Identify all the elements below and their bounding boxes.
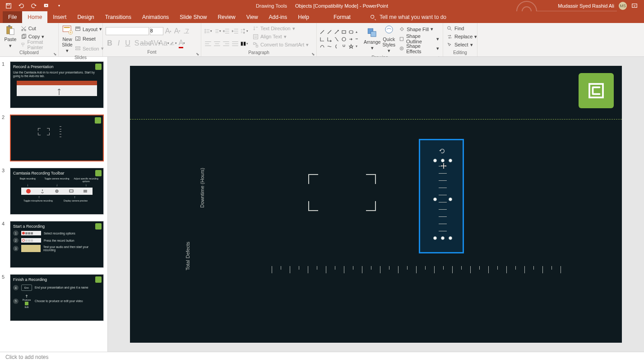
shape-effects-button[interactable]: Shape Effects▾ <box>398 45 440 53</box>
svg-rect-8 <box>8 25 10 28</box>
axis-label-defects: Total Defects <box>185 242 190 271</box>
new-slide-button[interactable]: New Slide ▾ <box>61 24 73 54</box>
slide-thumbnails: 1 Record a Presentation Use the Camtasia… <box>0 57 108 352</box>
tab-insert[interactable]: Insert <box>47 11 72 23</box>
user-name: Mudassir Syed Rashid Ali <box>558 3 614 9</box>
svg-rect-3 <box>632 4 637 7</box>
tab-help[interactable]: Help <box>292 11 315 23</box>
crop-marks <box>308 174 376 211</box>
clipboard-launcher-icon[interactable]: ⬊ <box>53 52 57 56</box>
clear-formatting-icon[interactable] <box>182 27 190 35</box>
paste-button[interactable]: Paste ▾ <box>3 24 18 49</box>
replace-button[interactable]: Replace▾ <box>446 32 478 41</box>
bold-icon[interactable]: B <box>106 39 114 47</box>
columns-icon[interactable]: ▾ <box>240 40 248 48</box>
svg-rect-19 <box>76 28 79 29</box>
axis-label-downtime: Downtime (Hours) <box>199 168 205 208</box>
slide-thumb-1[interactable]: Record a Presentation Use the Camtasia A… <box>10 61 104 108</box>
bullets-icon[interactable]: ▾ <box>204 27 212 35</box>
numbering-icon[interactable]: ▾ <box>213 27 221 35</box>
case-icon[interactable]: Aa▾ <box>160 39 168 47</box>
svg-rect-29 <box>256 45 258 47</box>
outdent-icon[interactable] <box>222 27 230 35</box>
tab-view[interactable]: View <box>241 11 264 23</box>
tell-me-label: Tell me what you want to do <box>380 14 446 20</box>
selected-shape[interactable] <box>435 161 450 238</box>
shape-outline-button[interactable]: Shape Outline▾ <box>398 35 440 43</box>
underline-icon[interactable]: U <box>124 39 132 47</box>
thumb-number: 5 <box>2 274 7 321</box>
grow-font-icon[interactable]: A▴ <box>164 27 172 35</box>
align-right-icon[interactable] <box>222 40 230 48</box>
drawing-tools-label: Drawing Tools <box>256 3 287 9</box>
justify-icon[interactable] <box>231 40 239 48</box>
qat-customize-icon[interactable]: ▾ <box>56 3 62 9</box>
align-text-button[interactable]: Align Text▾ <box>252 32 310 41</box>
strike-icon[interactable]: abc <box>142 39 150 47</box>
font-name-input[interactable] <box>106 27 149 35</box>
thumb-number: 1 <box>2 61 7 108</box>
svg-rect-30 <box>342 31 346 33</box>
svg-point-25 <box>205 31 206 32</box>
quick-styles-button[interactable]: Quick Styles▾ <box>380 24 397 54</box>
undo-icon[interactable] <box>18 3 24 9</box>
tab-format[interactable]: Format <box>328 11 356 23</box>
tab-design[interactable]: Design <box>72 11 99 23</box>
select-button[interactable]: Select▾ <box>446 41 478 49</box>
shapes-gallery[interactable]: ▴ ━ ▾ <box>320 28 362 49</box>
slide-canvas[interactable]: Downtime (Hours) Total Defects <box>108 57 644 352</box>
group-slides-label: Slides <box>74 55 87 60</box>
indent-icon[interactable] <box>231 27 239 35</box>
group-font-label: Font <box>147 50 156 55</box>
notes-pane[interactable]: Click to add notes <box>0 352 644 363</box>
svg-point-39 <box>448 26 451 29</box>
text-direction-button[interactable]: Text Direction▾ <box>252 24 310 32</box>
svg-point-40 <box>56 190 58 193</box>
tab-transitions[interactable]: Transitions <box>100 11 137 23</box>
slide-thumb-2[interactable]: /*ticks*/ <box>10 115 104 161</box>
arrange-button[interactable]: Arrange▾ <box>364 24 380 54</box>
tell-me-search[interactable]: Tell me what you want to do <box>370 11 446 23</box>
smartart-button[interactable]: Convert to SmartArt▾ <box>252 41 310 49</box>
font-color-icon[interactable]: A▾ <box>178 39 186 47</box>
save-icon[interactable] <box>5 3 12 9</box>
section-button[interactable]: Section▾ <box>74 45 105 53</box>
tab-addins[interactable]: Add-ins <box>264 11 293 23</box>
italic-icon[interactable]: I <box>115 39 123 47</box>
tab-review[interactable]: Review <box>212 11 241 23</box>
find-button[interactable]: Find <box>446 24 478 32</box>
tab-slideshow[interactable]: Slide Show <box>174 11 212 23</box>
tab-file[interactable]: File <box>3 11 22 23</box>
highlight-icon[interactable]: ▾ <box>169 39 177 47</box>
format-painter-button[interactable]: Format Painter <box>20 41 56 49</box>
svg-rect-28 <box>254 42 255 44</box>
spacing-icon[interactable]: AV▾ <box>151 39 159 47</box>
ribbon-display-icon[interactable] <box>631 3 638 9</box>
align-left-icon[interactable] <box>204 40 212 48</box>
layout-button[interactable]: Layout▾ <box>74 25 105 33</box>
shape-fill-button[interactable]: Shape Fill▾ <box>398 25 440 33</box>
shrink-font-icon[interactable]: A▾ <box>173 27 181 35</box>
rotate-handle-icon[interactable] <box>439 148 445 154</box>
start-from-beginning-icon[interactable] <box>43 3 50 9</box>
tab-home[interactable]: Home <box>22 11 47 23</box>
svg-rect-31 <box>349 31 353 33</box>
slide-thumb-3[interactable]: Camtasia Recording Toolbar Begin recordi… <box>10 168 104 215</box>
move-cursor-icon <box>440 162 447 170</box>
align-center-icon[interactable] <box>213 40 221 48</box>
slide-thumb-5[interactable]: Finish a Recording 4EscEnd your presenta… <box>10 274 104 321</box>
avatar[interactable]: MS <box>619 2 627 10</box>
tab-animations[interactable]: Animations <box>137 11 174 23</box>
font-size-input[interactable] <box>150 27 163 35</box>
svg-rect-36 <box>400 37 403 41</box>
svg-point-26 <box>205 32 206 33</box>
cut-button[interactable]: Cut <box>20 24 56 32</box>
redo-icon[interactable] <box>31 3 37 9</box>
paragraph-launcher-icon[interactable]: ⬊ <box>311 52 315 56</box>
font-launcher-icon[interactable]: ⬊ <box>195 52 200 56</box>
line-spacing-icon[interactable]: ▾ <box>240 27 248 35</box>
reset-button[interactable]: Reset <box>74 35 105 43</box>
svg-rect-42 <box>69 190 73 192</box>
svg-point-37 <box>400 47 403 50</box>
slide-thumb-4[interactable]: Start a Recording 1Select recording opti… <box>10 221 104 268</box>
